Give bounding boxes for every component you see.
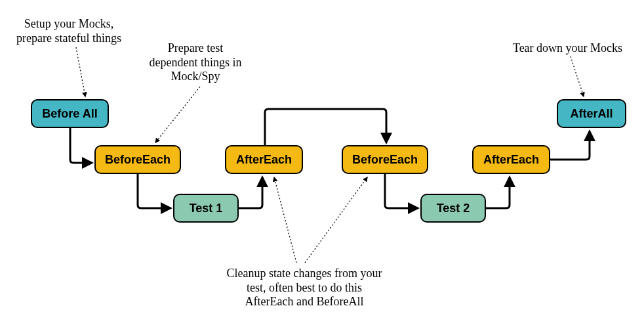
- test-1-node: Test 1: [173, 194, 239, 223]
- dotted-cleanup-a: [274, 177, 296, 263]
- before-all-node: Before All: [31, 99, 109, 128]
- before-each-1-node: BeforeEach: [94, 145, 181, 174]
- after-each-2-node: AfterEach: [472, 145, 550, 174]
- arrow-beforeall-to-beforeeach1: [70, 128, 92, 163]
- before-each-1-label: BeforeEach: [105, 153, 171, 167]
- arrow-test2-to-aftereach2: [486, 177, 510, 208]
- arrow-beforeeach1-to-test1: [138, 174, 171, 208]
- after-all-label: AfterAll: [570, 107, 613, 121]
- after-each-1-node: AfterEach: [225, 145, 303, 174]
- cleanup-annotation: Cleanup state changes from yourtest, oft…: [212, 267, 397, 309]
- after-all-node: AfterAll: [557, 99, 626, 128]
- arrow-test1-to-aftereach1: [239, 177, 262, 208]
- dotted-cleanup-b: [305, 177, 367, 263]
- setup-text: Setup your Mocks,prepare stateful things: [16, 17, 121, 45]
- before-each-2-label: BeforeEach: [352, 153, 418, 167]
- test-2-label: Test 2: [437, 202, 470, 215]
- dotted-prepare: [155, 87, 200, 143]
- arrow-beforeeach2-to-test2: [385, 174, 418, 208]
- before-all-label: Before All: [42, 107, 97, 121]
- arrow-aftereach1-to-beforeeach2: [265, 109, 386, 145]
- after-each-1-label: AfterEach: [236, 153, 292, 167]
- dotted-setup: [76, 47, 85, 97]
- prepare-annotation: Prepare testdependent things inMock/Spy: [140, 41, 251, 84]
- setup-annotation: Setup your Mocks,prepare stateful things: [7, 17, 131, 45]
- teardown-text: Tear down your Mocks: [513, 41, 622, 55]
- dotted-teardown: [571, 56, 584, 97]
- after-each-2-label: AfterEach: [483, 153, 539, 167]
- before-each-2-node: BeforeEach: [342, 145, 428, 174]
- cleanup-text: Cleanup state changes from yourtest, oft…: [227, 267, 382, 308]
- teardown-annotation: Tear down your Mocks: [504, 41, 632, 56]
- test-1-label: Test 1: [190, 202, 223, 215]
- prepare-text: Prepare testdependent things inMock/Spy: [150, 41, 242, 83]
- arrow-aftereach2-to-afterall: [550, 131, 590, 160]
- test-2-node: Test 2: [420, 194, 486, 223]
